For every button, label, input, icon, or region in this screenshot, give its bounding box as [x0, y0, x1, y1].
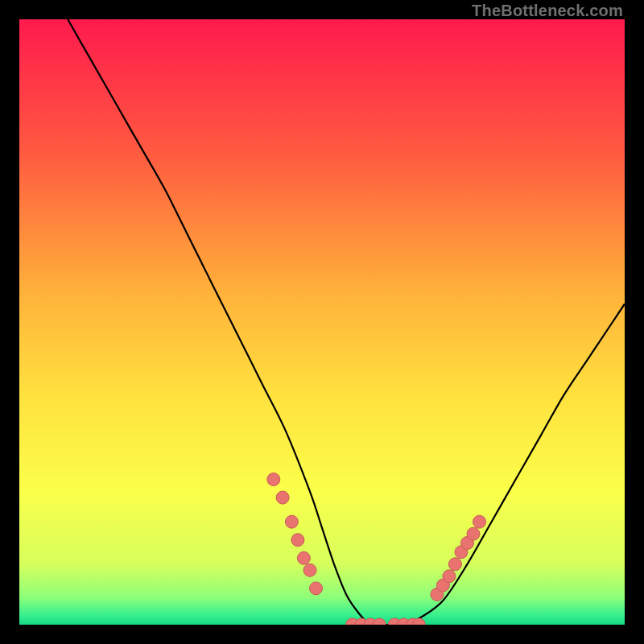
bottleneck-curve: [68, 19, 625, 625]
highlight-dots-right: [431, 515, 486, 601]
highlight-dot: [310, 582, 323, 595]
highlight-dot: [373, 618, 386, 625]
highlight-dots-bottom: [346, 618, 426, 625]
watermark-text: TheBottleneck.com: [472, 2, 623, 20]
highlight-dots-left: [267, 473, 323, 595]
highlight-dot: [297, 551, 310, 564]
highlight-dot: [467, 527, 480, 540]
highlight-dot: [303, 564, 316, 576]
highlight-dot: [267, 473, 280, 486]
highlight-dot: [291, 534, 304, 547]
highlight-dot: [276, 491, 289, 504]
chart-frame: TheBottleneck.com: [0, 0, 644, 644]
highlight-dot: [473, 515, 486, 528]
highlight-dot: [443, 570, 456, 583]
curve-group: [68, 19, 625, 625]
highlight-dot: [285, 515, 298, 528]
plot-area: [19, 19, 625, 625]
bottleneck-curve-svg: [19, 19, 625, 625]
highlight-dot: [448, 558, 461, 571]
